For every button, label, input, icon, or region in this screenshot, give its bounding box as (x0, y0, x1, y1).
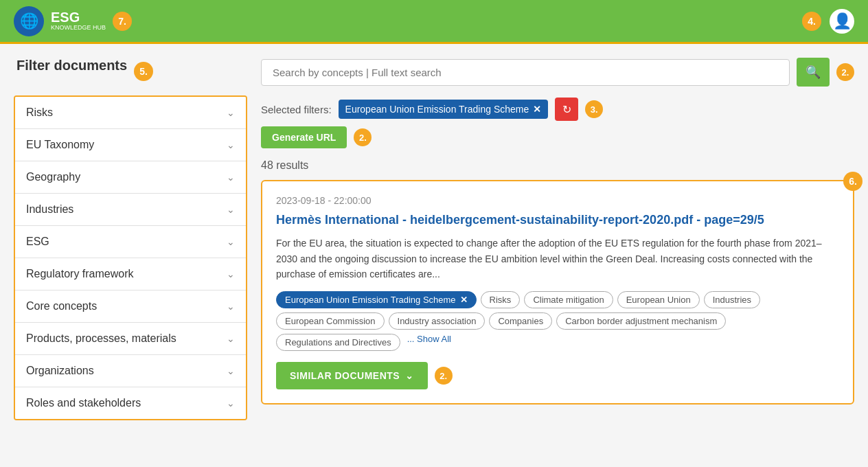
result-tag[interactable]: Industries (704, 291, 760, 308)
sidebar-title: Filter documents (14, 58, 127, 73)
chevron-down-icon: ⌄ (227, 301, 235, 312)
result-date: 2023-09-18 - 22:00:00 (276, 195, 839, 206)
sidebar-label-esg: ESG (26, 236, 49, 248)
sidebar-label-eu-taxonomy: EU Taxonomy (26, 139, 94, 151)
result-tag[interactable]: European Commission (276, 312, 385, 330)
chevron-down-icon: ⌄ (227, 107, 235, 118)
result-tag-active[interactable]: European Union Emission Trading Scheme ✕ (276, 291, 477, 308)
search-bar: 🔍 2. (261, 58, 854, 87)
result-tag[interactable]: Companies (489, 312, 552, 330)
globe-icon: 🌐 (20, 12, 38, 30)
sidebar-label-geography: Geography (26, 171, 80, 183)
sidebar-item-eu-taxonomy[interactable]: EU Taxonomy ⌄ (15, 129, 246, 161)
result-tag-active-label: European Union Emission Trading Scheme (285, 295, 456, 305)
result-tag[interactable]: Climate mitigation (524, 291, 613, 308)
tags-row: European Union Emission Trading Scheme ✕… (276, 291, 839, 351)
active-filter-label: European Union Emission Trading Scheme (345, 104, 529, 115)
header-right: 4. 👤 (802, 9, 854, 34)
header-badge-4: 4. (802, 12, 821, 31)
chevron-down-icon: ⌄ (227, 139, 235, 150)
sidebar-item-esg[interactable]: ESG ⌄ (15, 226, 246, 258)
sidebar-item-organizations[interactable]: Organizations ⌄ (15, 355, 246, 387)
reset-filters-button[interactable]: ↻ (555, 98, 578, 121)
header: 🌐 ESG KNOWLEDGE HUB 7. 4. 👤 (0, 0, 868, 44)
sidebar-label-risks: Risks (26, 106, 53, 119)
logo-esg-label: ESG (51, 10, 106, 24)
sidebar-item-roles[interactable]: Roles and stakeholders ⌄ (15, 387, 246, 419)
generate-url-button[interactable]: Generate URL (261, 126, 347, 148)
chevron-down-icon: ⌄ (227, 333, 235, 344)
sidebar-badge-5: 5. (134, 62, 153, 81)
header-badge-7: 7. (113, 12, 132, 31)
sidebar-label-regulatory: Regulatory framework (26, 268, 134, 280)
main-layout: Filter documents 5. Risks ⌄ EU Taxonomy … (0, 44, 868, 434)
result-tag[interactable]: Industry association (389, 312, 486, 330)
filters-row: Selected filters: European Union Emissio… (261, 98, 854, 121)
sidebar-item-products[interactable]: Products, processes, materials ⌄ (15, 323, 246, 355)
chevron-down-icon: ⌄ (227, 269, 235, 280)
user-avatar-icon[interactable]: 👤 (830, 9, 854, 34)
result-title[interactable]: Hermès International - heidelbergcement-… (276, 212, 839, 229)
sidebar-label-roles: Roles and stakeholders (26, 397, 141, 409)
result-tag[interactable]: Carbon border adjustment mechanism (556, 312, 726, 330)
logo-subtitle-label: KNOWLEDGE HUB (51, 24, 106, 32)
content-area: 🔍 2. Selected filters: European Union Em… (261, 58, 854, 420)
chevron-down-icon: ⌄ (227, 204, 235, 215)
logo-icon: 🌐 (14, 6, 44, 36)
result-tag[interactable]: Regulations and Directives (276, 334, 400, 351)
similar-badge-2: 2. (435, 367, 453, 385)
filters-badge-3: 3. (585, 100, 603, 118)
chevron-down-icon: ⌄ (405, 370, 414, 381)
sidebar-panel: Risks ⌄ EU Taxonomy ⌄ Geography ⌄ Indust… (14, 95, 247, 420)
generate-url-row: Generate URL 2. (261, 126, 854, 148)
result-excerpt: For the EU area, the situation is expect… (276, 236, 839, 282)
result-tag[interactable]: European Union (617, 291, 700, 308)
result-card: 6. 2023-09-18 - 22:00:00 Hermès Internat… (261, 180, 854, 405)
header-left: 🌐 ESG KNOWLEDGE HUB 7. (14, 6, 132, 36)
generate-url-badge-2: 2. (354, 128, 372, 146)
result-tag[interactable]: Risks (481, 291, 521, 308)
chevron-down-icon: ⌄ (227, 398, 235, 409)
similar-documents-label: SIMILAR DOCUMENTS (290, 370, 400, 381)
search-input[interactable] (261, 59, 790, 86)
sidebar-label-organizations: Organizations (26, 365, 94, 377)
filters-label: Selected filters: (261, 104, 332, 115)
sidebar-label-core-concepts: Core concepts (26, 300, 97, 312)
chevron-down-icon: ⌄ (227, 365, 235, 376)
sidebar-label-industries: Industries (26, 203, 73, 216)
similar-documents-button[interactable]: SIMILAR DOCUMENTS ⌄ (276, 362, 428, 389)
chevron-down-icon: ⌄ (227, 172, 235, 183)
sidebar-item-regulatory[interactable]: Regulatory framework ⌄ (15, 258, 246, 291)
sidebar: Filter documents 5. Risks ⌄ EU Taxonomy … (14, 58, 247, 420)
active-filter-tag[interactable]: European Union Emission Trading Scheme ✕ (339, 100, 549, 119)
sidebar-item-geography[interactable]: Geography ⌄ (15, 161, 246, 194)
sidebar-item-core-concepts[interactable]: Core concepts ⌄ (15, 291, 246, 323)
results-count: 48 results (261, 159, 854, 172)
chevron-down-icon: ⌄ (227, 236, 235, 247)
similar-row: SIMILAR DOCUMENTS ⌄ 2. (276, 362, 839, 389)
card-badge-6: 6. (843, 172, 863, 191)
search-badge-2: 2. (836, 63, 854, 81)
search-button[interactable]: 🔍 (797, 58, 830, 87)
sidebar-label-products: Products, processes, materials (26, 332, 176, 345)
sidebar-item-risks[interactable]: Risks ⌄ (15, 97, 246, 129)
show-all-tags-link[interactable]: ... Show All (407, 334, 451, 351)
result-tag-remove-icon[interactable]: ✕ (460, 295, 468, 305)
logo-text: ESG KNOWLEDGE HUB (51, 10, 106, 32)
filter-remove-icon[interactable]: ✕ (533, 104, 541, 115)
sidebar-item-industries[interactable]: Industries ⌄ (15, 194, 246, 226)
